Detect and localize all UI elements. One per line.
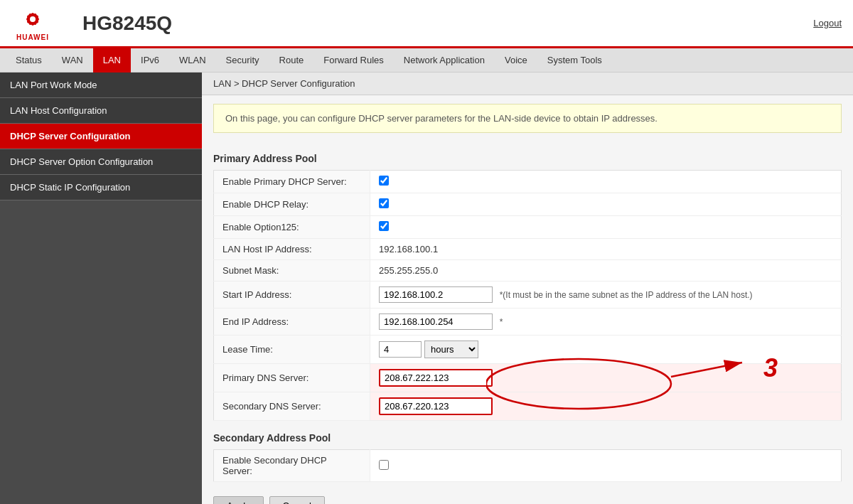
table-row: Enable DHCP Relay: — [214, 193, 842, 216]
main-nav: Status WAN LAN IPv6 WLAN Security Route … — [0, 48, 853, 73]
table-row-secondary-dns: Secondary DNS Server: — [214, 392, 842, 421]
label-enable-primary-dhcp: Enable Primary DHCP Server: — [214, 171, 370, 193]
table-row: Start IP Address: *(It must be in the sa… — [214, 282, 842, 309]
nav-route[interactable]: Route — [269, 48, 314, 73]
sidebar-item-dhcp-server[interactable]: DHCP Server Configuration — [0, 124, 202, 149]
table-row: Enable Secondary DHCPServer: — [214, 450, 842, 482]
primary-pool-section: Primary Address Pool Enable Primary DHCP… — [202, 141, 853, 427]
label-end-ip: End IP Address: — [214, 309, 370, 336]
nav-lan[interactable]: LAN — [93, 48, 131, 73]
content-area: LAN > DHCP Server Configuration On this … — [202, 73, 853, 504]
header: HUAWEI HG8245Q Logout — [0, 0, 853, 48]
input-end-ip[interactable] — [379, 313, 493, 330]
table-row: End IP Address: * — [214, 309, 842, 336]
secondary-pool-title: Secondary Address Pool — [213, 432, 842, 444]
start-ip-hint: *(It must be in the same subnet as the I… — [500, 290, 753, 300]
input-lease-time[interactable] — [379, 341, 422, 358]
apply-button[interactable]: Apply — [213, 496, 264, 504]
value-lease-time: hours minutes days — [370, 336, 842, 364]
value-primary-dns — [370, 364, 842, 392]
nav-forward-rules[interactable]: Forward Rules — [313, 48, 394, 73]
sidebar-item-lan-host[interactable]: LAN Host Configuration — [0, 98, 202, 124]
label-lan-host-ip: LAN Host IP Address: — [214, 239, 370, 260]
checkbox-enable-primary-dhcp[interactable] — [379, 176, 389, 186]
device-name: HG8245Q — [68, 12, 813, 35]
checkbox-enable-option125[interactable] — [379, 221, 389, 231]
value-lan-host-ip: 192.168.100.1 — [370, 239, 842, 260]
nav-system-tools[interactable]: System Tools — [537, 48, 612, 73]
label-start-ip: Start IP Address: — [214, 282, 370, 309]
info-box: On this page, you can configure DHCP ser… — [213, 104, 842, 133]
label-subnet-mask: Subnet Mask: — [214, 260, 370, 282]
nav-wan[interactable]: WAN — [52, 48, 93, 73]
nav-wlan[interactable]: WLAN — [169, 48, 216, 73]
label-secondary-dns: Secondary DNS Server: — [214, 392, 370, 421]
value-secondary-dns — [370, 392, 842, 421]
sidebar-item-dhcp-option[interactable]: DHCP Server Option Configuration — [0, 149, 202, 175]
checkbox-enable-dhcp-relay[interactable] — [379, 198, 389, 208]
input-secondary-dns[interactable] — [379, 397, 493, 415]
select-lease-unit[interactable]: hours minutes days — [424, 341, 478, 358]
end-ip-hint: * — [500, 317, 503, 327]
svg-point-7 — [30, 16, 36, 22]
table-row: Enable Option125: — [214, 216, 842, 239]
input-primary-dns[interactable] — [379, 369, 493, 387]
nav-voice[interactable]: Voice — [495, 48, 537, 73]
button-row: Apply Cancel — [202, 488, 853, 504]
logout-button[interactable]: Logout — [813, 18, 842, 28]
table-row: LAN Host IP Address: 192.168.100.1 — [214, 239, 842, 260]
checkbox-enable-secondary-dhcp[interactable] — [379, 460, 389, 470]
nav-status[interactable]: Status — [6, 48, 52, 73]
input-start-ip[interactable] — [379, 286, 493, 303]
value-subnet-mask: 255.255.255.0 — [370, 260, 842, 282]
logo-area: HUAWEI — [11, 5, 54, 41]
value-enable-primary-dhcp — [370, 171, 842, 193]
primary-pool-title: Primary Address Pool — [213, 153, 842, 164]
value-end-ip: * — [370, 309, 842, 336]
label-enable-option125: Enable Option125: — [214, 216, 370, 239]
secondary-pool-section: Secondary Address Pool Enable Secondary … — [202, 432, 853, 488]
nav-security[interactable]: Security — [216, 48, 269, 73]
value-enable-secondary-dhcp — [370, 450, 842, 482]
main-layout: LAN Port Work Mode LAN Host Configuratio… — [0, 73, 853, 504]
value-enable-dhcp-relay — [370, 193, 842, 216]
nav-network-application[interactable]: Network Application — [394, 48, 495, 73]
table-row: Enable Primary DHCP Server: — [214, 171, 842, 193]
label-lease-time: Lease Time: — [214, 336, 370, 364]
sidebar: LAN Port Work Mode LAN Host Configuratio… — [0, 73, 202, 504]
cancel-button[interactable]: Cancel — [269, 496, 325, 504]
breadcrumb: LAN > DHCP Server Configuration — [202, 73, 853, 95]
primary-pool-table: Enable Primary DHCP Server: Enable DHCP … — [213, 170, 842, 421]
table-row-primary-dns: Primary DNS Server: — [214, 364, 842, 392]
secondary-pool-table: Enable Secondary DHCPServer: — [213, 449, 842, 482]
table-row: Subnet Mask: 255.255.255.0 — [214, 260, 842, 282]
value-start-ip: *(It must be in the same subnet as the I… — [370, 282, 842, 309]
value-enable-option125 — [370, 216, 842, 239]
brand-name: HUAWEI — [16, 33, 49, 41]
huawei-logo — [11, 5, 54, 33]
label-enable-secondary-dhcp: Enable Secondary DHCPServer: — [214, 450, 370, 482]
table-row: Lease Time: hours minutes days — [214, 336, 842, 364]
sidebar-item-dhcp-static[interactable]: DHCP Static IP Configuration — [0, 175, 202, 200]
nav-ipv6[interactable]: IPv6 — [131, 48, 169, 73]
label-primary-dns: Primary DNS Server: — [214, 364, 370, 392]
lease-row: hours minutes days — [379, 341, 832, 358]
sidebar-item-lan-port[interactable]: LAN Port Work Mode — [0, 73, 202, 98]
label-enable-dhcp-relay: Enable DHCP Relay: — [214, 193, 370, 216]
